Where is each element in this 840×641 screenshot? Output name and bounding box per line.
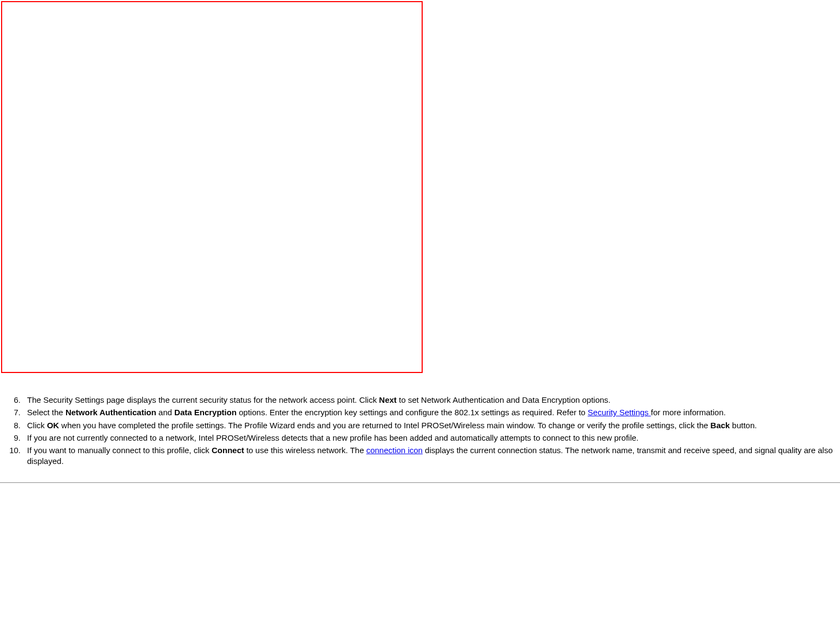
image-placeholder (1, 1, 423, 373)
instruction-text: Click (27, 421, 47, 430)
instruction-text: when you have completed the profile sett… (59, 421, 710, 430)
instruction-text: The Security Settings page displays the … (27, 395, 379, 404)
instruction-item-7: Select the Network Authentication and Da… (0, 407, 836, 418)
instruction-text: options. Enter the encryption key settin… (237, 408, 588, 417)
horizontal-rule (0, 482, 840, 483)
instruction-item-9: If you are not currently connected to a … (0, 433, 836, 443)
instruction-text: If you are not currently connected to a … (27, 433, 639, 442)
instruction-bold: Next (379, 395, 397, 404)
instruction-text: to use this wireless network. The (244, 446, 366, 455)
instruction-text: and (156, 408, 174, 417)
instruction-text: button. (730, 421, 757, 430)
instruction-text: for more information. (651, 408, 726, 417)
instruction-link[interactable]: connection icon (366, 446, 423, 455)
instruction-bold: OK (47, 421, 60, 430)
instruction-bold: Network Authentication (65, 408, 156, 417)
instruction-bold: Back (711, 421, 730, 430)
instruction-item-10: If you want to manually connect to this … (0, 445, 836, 467)
instruction-link[interactable]: Security Settings (588, 408, 651, 417)
instruction-item-6: The Security Settings page displays the … (0, 395, 836, 405)
instruction-text: Select the (27, 408, 65, 417)
instruction-bold: Connect (212, 446, 244, 455)
instruction-list: The Security Settings page displays the … (0, 395, 836, 467)
instruction-bold: Data Encryption (174, 408, 237, 417)
instruction-item-8: Click OK when you have completed the pro… (0, 420, 836, 431)
instruction-text: to set Network Authentication and Data E… (397, 395, 611, 404)
instruction-text: If you want to manually connect to this … (27, 446, 212, 455)
